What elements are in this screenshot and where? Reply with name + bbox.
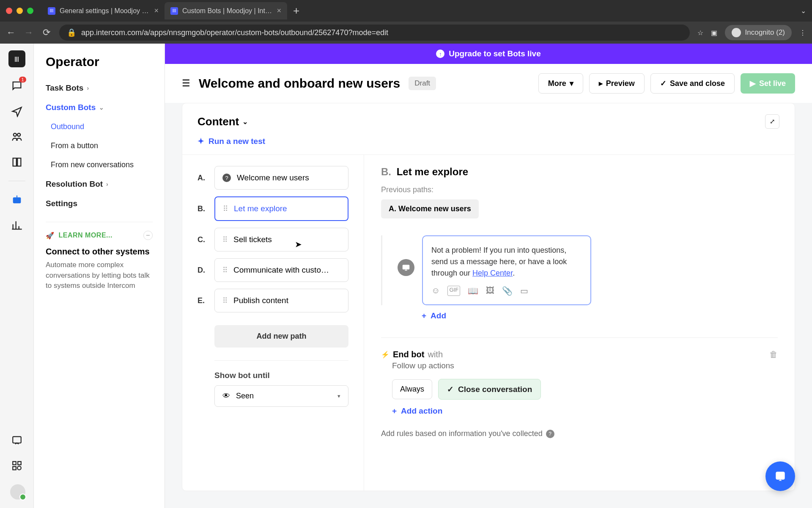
svg-rect-10 <box>403 265 410 270</box>
path-card-d[interactable]: ⠿ Communicate with custo… <box>214 258 348 282</box>
seen-select[interactable]: 👁 Seen ▾ <box>214 385 348 407</box>
sidebar-title: Operator <box>34 55 165 78</box>
collapse-icon[interactable]: − <box>143 231 153 240</box>
main-content: ↑ Upgrade to set Bots live ☰ Welcome and… <box>165 44 812 508</box>
path-letter: D. <box>198 266 208 275</box>
emoji-icon[interactable]: ☺ <box>431 286 440 296</box>
sidebar-item-from-new[interactable]: From new conversations <box>34 155 165 174</box>
articles-icon[interactable] <box>10 155 24 169</box>
browser-tab-1[interactable]: III Custom Bots | Moodjoy | Interc × <box>165 2 287 19</box>
close-window-icon[interactable] <box>6 8 12 14</box>
connect-card[interactable]: Connect to other systems Automate more c… <box>34 240 165 298</box>
previous-path-chip[interactable]: A. Welcome new users <box>381 199 479 218</box>
save-close-button[interactable]: ✓ Save and close <box>650 73 735 94</box>
panel-icon[interactable]: ▣ <box>711 29 717 37</box>
close-conversation-chip[interactable]: ✓ Close conversation <box>438 379 541 400</box>
heading-label: Content <box>198 115 239 128</box>
path-card-b[interactable]: ⠿ Let me explore <box>214 196 348 221</box>
reports-icon[interactable] <box>10 218 24 232</box>
incognito-label: Incognito (2) <box>745 28 785 37</box>
learn-more-toggle[interactable]: 🚀 LEARN MORE... − <box>34 231 165 240</box>
sidebar-item-label: From a button <box>51 141 98 150</box>
sidebar: Operator Task Bots › Custom Bots ⌄ Outbo… <box>34 44 165 508</box>
tab-title: Custom Bots | Moodjoy | Interc <box>182 7 272 15</box>
minimize-window-icon[interactable] <box>16 8 23 14</box>
operator-icon[interactable] <box>10 193 24 207</box>
drag-handle-icon[interactable]: ⠿ <box>222 296 228 305</box>
messenger-icon[interactable] <box>10 433 24 447</box>
url-input[interactable]: 🔒 app.intercom.com/a/apps/nnsgmgob/opera… <box>59 25 690 41</box>
help-icon[interactable]: ? <box>546 430 554 438</box>
add-message-button[interactable]: + Add <box>422 311 778 320</box>
gif-icon[interactable]: GIF <box>447 286 460 296</box>
path-letter: C. <box>198 235 208 244</box>
upgrade-banner[interactable]: ↑ Upgrade to set Bots live <box>165 44 812 64</box>
drag-handle-icon[interactable]: ⠿ <box>222 235 228 244</box>
upgrade-icon: ↑ <box>436 50 444 58</box>
image-icon[interactable]: 🖼 <box>486 286 494 296</box>
end-bot-with: with <box>428 350 443 359</box>
path-card-c[interactable]: ⠿ Sell tickets <box>214 228 348 251</box>
run-test-link[interactable]: ✦ Run a new test <box>198 136 779 146</box>
set-live-button[interactable]: ▶ Set live <box>741 73 795 94</box>
intercom-logo-icon[interactable]: ||| <box>8 50 25 67</box>
end-bot-title: ⚡ End bot with <box>381 350 769 359</box>
play-icon: ▸ <box>599 79 603 88</box>
caret-down-icon: ▾ <box>337 393 340 399</box>
sidebar-item-custom-bots[interactable]: Custom Bots ⌄ <box>34 98 165 117</box>
intercom-launcher[interactable] <box>765 461 795 491</box>
new-tab-button[interactable]: + <box>293 4 299 17</box>
sidebar-item-resolution-bot[interactable]: Resolution Bot › <box>34 174 165 194</box>
article-icon[interactable]: 📖 <box>468 286 478 296</box>
sidebar-item-outbound[interactable]: Outbound <box>34 117 165 136</box>
sidebar-item-task-bots[interactable]: Task Bots › <box>34 78 165 98</box>
inbox-icon[interactable]: 1 <box>10 79 24 93</box>
connect-desc: Automate more complex conversations by l… <box>46 260 153 291</box>
drag-handle-icon[interactable]: ⠿ <box>222 266 228 275</box>
plus-icon: + <box>392 406 397 416</box>
more-button[interactable]: More ▾ <box>538 73 583 94</box>
sidebar-item-label: Settings <box>46 199 77 208</box>
close-tab-icon[interactable]: × <box>154 6 159 15</box>
eye-icon: 👁 <box>222 392 230 400</box>
sidebar-item-from-button[interactable]: From a button <box>34 136 165 155</box>
add-action-button[interactable]: + Add action <box>392 406 769 416</box>
chevron-down-icon[interactable]: ⌄ <box>801 7 806 15</box>
star-icon[interactable]: ☆ <box>697 29 703 37</box>
preview-button[interactable]: ▸ Preview <box>589 73 645 94</box>
page-title: Welcome and onboard new users <box>199 76 400 91</box>
drag-handle-icon[interactable]: ⠿ <box>223 204 228 213</box>
sidebar-item-settings[interactable]: Settings <box>34 194 165 213</box>
delete-icon[interactable]: 🗑 <box>769 350 778 438</box>
back-button[interactable]: ← <box>6 27 16 38</box>
contacts-icon[interactable] <box>10 130 24 144</box>
end-bot-section: ⚡ End bot with Follow up actions Always … <box>381 337 778 438</box>
expand-icon[interactable]: ⤢ <box>765 114 779 129</box>
close-tab-icon[interactable]: × <box>277 6 281 15</box>
rocket-icon: 🚀 <box>46 232 55 240</box>
window-controls <box>6 8 33 14</box>
forward-button[interactable]: → <box>24 27 34 38</box>
attachment-icon[interactable]: 📎 <box>502 286 513 296</box>
add-path-button[interactable]: Add new path <box>214 325 348 348</box>
content-heading[interactable]: Content ⌄ <box>198 115 248 128</box>
incognito-indicator[interactable]: Incognito (2) <box>725 25 792 40</box>
sidebar-item-label: Resolution Bot <box>46 179 103 189</box>
outbound-icon[interactable] <box>10 105 24 118</box>
browser-tab-0[interactable]: III General settings | Moodjoy | In × <box>42 2 165 19</box>
message-card[interactable]: Not a problem! If you run into questions… <box>422 235 591 305</box>
path-card-a[interactable]: ? Welcome new users <box>214 166 348 190</box>
help-icon: ? <box>222 174 231 182</box>
maximize-window-icon[interactable] <box>27 8 33 14</box>
help-center-link[interactable]: Help Center <box>472 269 513 277</box>
app-icon[interactable]: ▭ <box>520 286 528 296</box>
hamburger-icon[interactable]: ☰ <box>182 78 190 89</box>
kebab-icon[interactable]: ⋮ <box>799 29 806 37</box>
apps-icon[interactable] <box>10 459 24 472</box>
message-text[interactable]: Not a problem! If you run into questions… <box>431 245 582 279</box>
end-bot-label: End bot <box>393 350 424 359</box>
always-chip[interactable]: Always <box>392 379 432 399</box>
user-avatar[interactable] <box>10 484 25 500</box>
reload-button[interactable]: ⟳ <box>41 27 52 38</box>
path-card-e[interactable]: ⠿ Publish content <box>214 289 348 312</box>
